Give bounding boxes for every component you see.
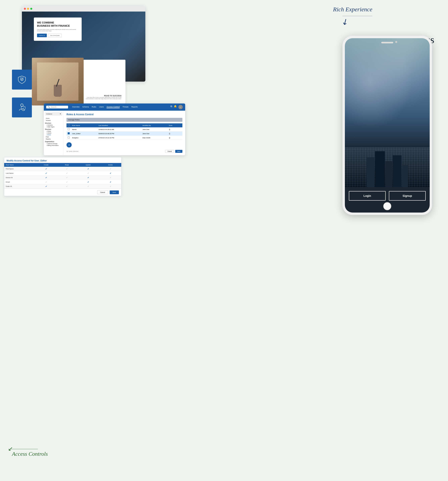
window-close-dot[interactable]	[24, 8, 26, 10]
ac-create-order-id[interactable]: ✔	[46, 185, 47, 188]
sidebar-item-roles[interactable]: • Roles	[45, 134, 62, 136]
phone-screen: Login Signup	[345, 38, 430, 212]
th-modified-by: Modified By	[141, 123, 167, 127]
sidebar-item-rules[interactable]: • Rules	[45, 130, 62, 132]
pen-shape	[56, 79, 59, 87]
ac-create-email[interactable]: ✔	[46, 181, 47, 183]
search-input[interactable]: 🔍 Search ...	[46, 106, 68, 108]
footer-buttons: Cancel Save	[165, 150, 182, 153]
rich-label-underline	[342, 16, 372, 16]
bell-icon[interactable]: 🔔	[174, 105, 177, 109]
nav-overview[interactable]: Overview	[72, 106, 80, 108]
delete-selected-button[interactable]: 🗑 Delete Selected	[67, 151, 78, 152]
ac-delete-order-id[interactable]: ✔	[110, 185, 111, 188]
role-by-admin: John Doe	[141, 127, 167, 132]
phone-speaker	[381, 42, 393, 43]
access-save-button[interactable]: Save	[110, 190, 119, 194]
nav-access-control[interactable]: Access Control	[106, 106, 120, 108]
phone-mockup: Login Signup	[342, 36, 432, 215]
th-checkbox	[67, 123, 71, 127]
ac-th-role-name: Role Name	[4, 163, 35, 167]
hero-buttons: Explore Us Get a Free Quote	[37, 34, 78, 37]
ac-delete-email[interactable]: ✔	[110, 181, 111, 183]
sidebar-item-data-types[interactable]: • Data Types	[45, 126, 62, 128]
nav-schema[interactable]: Schema	[83, 106, 89, 108]
instance-dropdown[interactable]: Instance ▼	[45, 112, 62, 116]
rich-arrow-icon: ↙	[340, 16, 350, 27]
delete-user-editor-icon[interactable]: 🗑	[169, 133, 171, 135]
icon-card-person-shield	[12, 98, 32, 117]
phone-sky-image	[345, 38, 430, 147]
row-checkbox-user-editor[interactable]	[68, 132, 70, 134]
delete-analytics-icon[interactable]: 🗑	[169, 137, 171, 139]
ac-delete-first-name[interactable]: ✔	[110, 168, 111, 170]
signup-button[interactable]: Signup	[389, 191, 426, 201]
sidebar-item-schema[interactable]: • Schema	[45, 124, 62, 126]
row-checkbox-admin[interactable]	[68, 128, 70, 130]
user-avatar[interactable]: U	[178, 105, 183, 109]
login-button[interactable]: Login	[349, 191, 386, 201]
copy-icon[interactable]: ⧉	[170, 105, 172, 109]
phone-home-button[interactable]	[383, 202, 391, 210]
ac-update-order-id[interactable]: ✔	[87, 185, 89, 188]
ac-row-device-id: Device ID ✔ ✔ ✔ ✔	[4, 175, 121, 180]
cancel-button[interactable]: Cancel	[165, 150, 174, 153]
ac-field-last-name: Last Name	[4, 171, 35, 175]
hand-shape	[54, 85, 62, 97]
ac-update-email[interactable]: ✔	[87, 181, 89, 183]
window-maximize-dot[interactable]	[30, 8, 32, 10]
ac-create-last-name[interactable]: ✔	[46, 172, 47, 174]
add-role-button[interactable]: +	[67, 142, 72, 147]
ac-create-first-name[interactable]: ✔	[46, 168, 47, 170]
hand-image-area	[32, 58, 84, 105]
ac-update-device-id[interactable]: ✔	[87, 177, 89, 179]
ac-read-first-name[interactable]: ✔	[66, 168, 68, 170]
th-last-modified: Last Modified	[97, 123, 141, 127]
quote-button[interactable]: Get a Free Quote	[48, 34, 62, 37]
ac-read-last-name[interactable]: ✔	[66, 172, 68, 174]
sidebar-item-keys[interactable]: Keys	[45, 136, 62, 138]
dashboard-body: Instance ▼ Home Tenants Structure • Sche…	[44, 111, 185, 155]
sidebar-section-structure2: Structure	[45, 128, 62, 130]
ac-delete-last-name[interactable]: ✔	[110, 172, 111, 174]
sidebar-section-organizations: Organizations	[45, 141, 62, 142]
manage-roles-bar: Manage Roles	[67, 118, 182, 122]
ac-create-device-id[interactable]: ✔	[46, 177, 47, 179]
nav-users[interactable]: Users	[99, 106, 104, 108]
hand-inner	[37, 62, 78, 101]
ac-delete-device-id[interactable]: ✔	[110, 177, 111, 179]
dashboard-main-content: Roles & Access Control Manage Roles Role…	[64, 111, 185, 155]
ac-field-email: Email	[4, 180, 35, 184]
ac-read-device-id[interactable]: ✔	[66, 177, 68, 179]
delete-admin-icon[interactable]: 🗑	[169, 128, 171, 131]
nav-threats[interactable]: Threats	[122, 106, 129, 108]
role-name-user-editor: User_Editor	[71, 132, 97, 136]
nav-reports[interactable]: Reports	[131, 106, 138, 108]
select-all-checkbox[interactable]	[68, 124, 70, 126]
access-cancel-button[interactable]: Cancel	[97, 190, 108, 194]
sidebar-item-billing[interactable]: • Billing Information	[45, 144, 62, 146]
ac-update-first-name[interactable]: ✔	[87, 168, 89, 170]
access-control-title: Modify Access Control for User_Editor	[4, 158, 121, 163]
th-role-name: Role Name	[71, 123, 97, 127]
role-name-admin: Admin	[71, 127, 97, 132]
ac-update-last-name[interactable]: ✔	[87, 172, 89, 174]
nav-rules[interactable]: Rules	[92, 106, 96, 108]
sidebar-item-zones[interactable]: • Zones	[45, 132, 62, 134]
sidebar-item-reports[interactable]: Reports	[45, 138, 62, 140]
sidebar-item-users-groups[interactable]: • Users & Groups	[45, 143, 62, 144]
role-modified-analytics: 27/04/19 15:12:16 PM	[97, 136, 141, 140]
window-minimize-dot[interactable]	[27, 8, 29, 10]
save-button[interactable]: Save	[175, 150, 182, 153]
search-placeholder: Search ...	[51, 106, 59, 108]
ac-field-first-name: First Name	[4, 167, 35, 171]
sidebar-item-tenants[interactable]: Tenants	[45, 120, 62, 122]
ac-read-order-id[interactable]: ✔	[66, 185, 68, 188]
sidebar-item-home[interactable]: Home	[45, 117, 62, 120]
explore-button[interactable]: Explore Us	[37, 34, 47, 37]
row-checkbox-analytics[interactable]	[68, 136, 70, 138]
ac-read-email[interactable]: ✔	[66, 181, 68, 183]
svg-point-1	[21, 104, 23, 106]
role-modified-admin: 14/08/19 04:35:02 AM	[97, 127, 141, 132]
icon-card-shield	[12, 70, 32, 90]
